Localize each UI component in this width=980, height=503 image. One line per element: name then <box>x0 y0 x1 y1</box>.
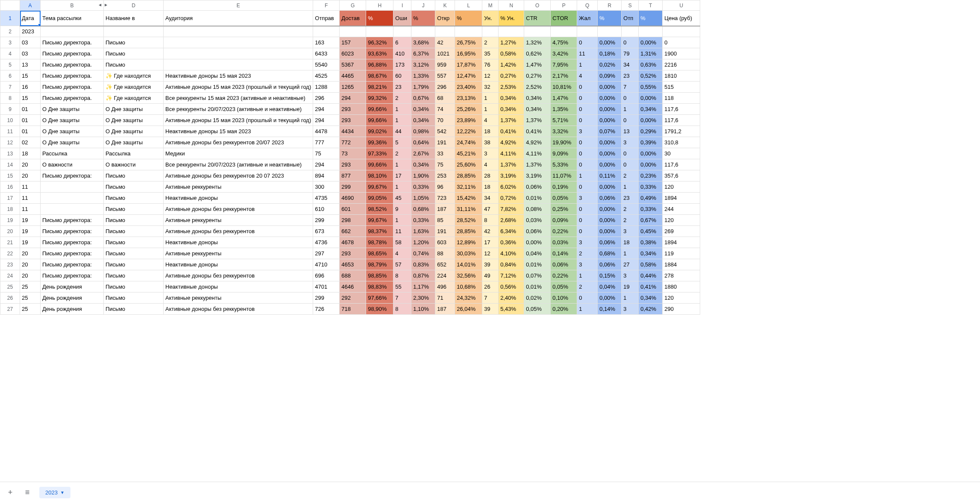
cell-I27[interactable]: 8 <box>393 304 411 315</box>
cell-Q12[interactable]: 0 <box>577 137 598 148</box>
cell-N12[interactable]: 4,92% <box>499 137 524 148</box>
cell-P22[interactable]: 0,14% <box>551 248 577 259</box>
cell-K26[interactable]: 71 <box>435 292 455 304</box>
cell-E25[interactable]: Неактивные доноры <box>164 281 313 292</box>
cell-M27[interactable]: 39 <box>482 304 499 315</box>
cell-N8[interactable]: 0,34% <box>499 93 524 104</box>
cell-L15[interactable]: 28,85% <box>455 170 482 181</box>
cell-S19[interactable]: 2 <box>622 215 639 226</box>
cell-R16[interactable]: 0,00% <box>598 181 622 193</box>
cell-R9[interactable]: 0,00% <box>598 104 622 115</box>
cell-A6[interactable]: 15 <box>20 70 41 82</box>
cell-P12[interactable]: 19,90% <box>551 137 577 148</box>
cell-M24[interactable]: 49 <box>482 270 499 281</box>
cell-S11[interactable]: 13 <box>622 126 639 137</box>
cell-B2[interactable] <box>41 26 104 37</box>
cell-I7[interactable]: 23 <box>393 82 411 93</box>
cell-F2[interactable] <box>313 26 340 37</box>
cell-R22[interactable]: 0,68% <box>598 248 622 259</box>
cell-Q22[interactable]: 2 <box>577 248 598 259</box>
cell-F10[interactable]: 294 <box>313 115 340 126</box>
cell-J24[interactable]: 0,87% <box>411 270 435 281</box>
cell-U27[interactable]: 290 <box>663 304 700 315</box>
cell-P17[interactable]: 0,05% <box>551 193 577 204</box>
cell-Q21[interactable]: 3 <box>577 237 598 248</box>
cell-O17[interactable]: 0,01% <box>524 193 551 204</box>
cell-U7[interactable]: 515 <box>663 82 700 93</box>
row-header[interactable]: 24 <box>0 270 20 281</box>
cell-T16[interactable]: 0,33% <box>639 181 663 193</box>
cell-U23[interactable]: 1884 <box>663 259 700 270</box>
cell-I19[interactable]: 1 <box>393 215 411 226</box>
cell-I12[interactable]: 5 <box>393 137 411 148</box>
cell-F21[interactable]: 4736 <box>313 237 340 248</box>
row-header[interactable]: 27 <box>0 304 20 315</box>
row-header[interactable]: 8 <box>0 93 20 104</box>
cell-A12[interactable]: 02 <box>20 137 41 148</box>
cell-S21[interactable]: 18 <box>622 237 639 248</box>
cell-B20[interactable]: Письмо директора: <box>41 226 104 237</box>
cell-L12[interactable]: 24,74% <box>455 137 482 148</box>
cell-H23[interactable]: 98,79% <box>366 259 393 270</box>
cell-I24[interactable]: 8 <box>393 270 411 281</box>
cell-F22[interactable]: 297 <box>313 248 340 259</box>
cell-M16[interactable]: 18 <box>482 181 499 193</box>
column-header-I[interactable]: I <box>393 0 411 11</box>
cell-A8[interactable]: 15 <box>20 93 41 104</box>
cell-O26[interactable]: 0,02% <box>524 292 551 304</box>
cell-L9[interactable]: 25,26% <box>455 104 482 115</box>
cell-Q4[interactable]: 11 <box>577 48 598 59</box>
cell-J17[interactable]: 1,05% <box>411 193 435 204</box>
cell-S27[interactable]: 3 <box>622 304 639 315</box>
cell-M23[interactable]: 39 <box>482 259 499 270</box>
cell-P4[interactable]: 3,42% <box>551 48 577 59</box>
cell-B26[interactable]: День рождения <box>41 292 104 304</box>
cell-S1[interactable]: Отп <box>622 11 639 26</box>
cell-O13[interactable]: 4,11% <box>524 148 551 159</box>
cell-N3[interactable]: 1,27% <box>499 37 524 48</box>
cell-A17[interactable]: 11 <box>20 193 41 204</box>
row-header[interactable]: 5 <box>0 59 20 70</box>
cell-H2[interactable] <box>366 26 393 37</box>
cell-B3[interactable]: Письмо директора. <box>41 37 104 48</box>
cell-P9[interactable]: 1,35% <box>551 104 577 115</box>
cell-O3[interactable]: 1,32% <box>524 37 551 48</box>
cell-J21[interactable]: 1,20% <box>411 237 435 248</box>
cell-D8[interactable]: ✨ Где находится <box>104 93 164 104</box>
cell-G22[interactable]: 293 <box>340 248 366 259</box>
cell-D14[interactable]: О важности <box>104 159 164 170</box>
cell-F17[interactable]: 4735 <box>313 193 340 204</box>
column-header-A[interactable]: A <box>20 0 41 11</box>
cell-P23[interactable]: 0,06% <box>551 259 577 270</box>
cell-P14[interactable]: 5,33% <box>551 159 577 170</box>
cell-U6[interactable]: 1810 <box>663 70 700 82</box>
cell-F7[interactable]: 1288 <box>313 82 340 93</box>
cell-H22[interactable]: 98,65% <box>366 248 393 259</box>
cell-A25[interactable]: 25 <box>20 281 41 292</box>
cell-T14[interactable]: 0,00% <box>639 159 663 170</box>
cell-G18[interactable]: 601 <box>340 204 366 215</box>
cell-S4[interactable]: 79 <box>622 48 639 59</box>
cell-M1[interactable]: Ун. <box>482 11 499 26</box>
cell-R3[interactable]: 0,00% <box>598 37 622 48</box>
cell-R4[interactable]: 0,18% <box>598 48 622 59</box>
cell-G5[interactable]: 5367 <box>340 59 366 70</box>
cell-M7[interactable]: 32 <box>482 82 499 93</box>
cell-S26[interactable]: 1 <box>622 292 639 304</box>
cell-N7[interactable]: 2,53% <box>499 82 524 93</box>
row-header[interactable]: 23 <box>0 259 20 270</box>
cell-U17[interactable]: 1894 <box>663 193 700 204</box>
cell-S10[interactable]: 0 <box>622 115 639 126</box>
column-header-D[interactable]: ▶◀D <box>104 0 164 11</box>
cell-P20[interactable]: 0,22% <box>551 226 577 237</box>
cell-L11[interactable]: 12,22% <box>455 126 482 137</box>
cell-I8[interactable]: 2 <box>393 93 411 104</box>
cell-L17[interactable]: 15,42% <box>455 193 482 204</box>
cell-K22[interactable]: 88 <box>435 248 455 259</box>
cell-J26[interactable]: 2,30% <box>411 292 435 304</box>
row-header[interactable]: 18 <box>0 204 20 215</box>
cell-K9[interactable]: 74 <box>435 104 455 115</box>
cell-K12[interactable]: 191 <box>435 137 455 148</box>
cell-T8[interactable]: 0,00% <box>639 93 663 104</box>
cell-A21[interactable]: 19 <box>20 237 41 248</box>
